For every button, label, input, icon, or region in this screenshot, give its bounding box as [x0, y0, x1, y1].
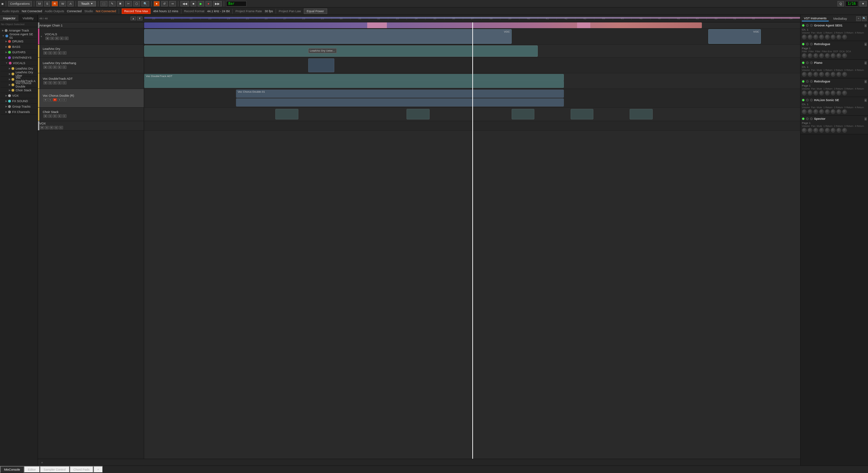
tc-btn-r-vocals[interactable]: R: [55, 37, 59, 40]
vst-knob-4-piano-vst[interactable]: [825, 72, 830, 77]
vst-knob-4-retrologue-1[interactable]: [825, 53, 830, 58]
vst-search-btn[interactable]: 🔍: [862, 16, 867, 21]
vst-dot-1-retrologue-1[interactable]: [806, 43, 809, 45]
vst-dot-0-halion-sonic[interactable]: [802, 99, 805, 101]
inspector-item-bass[interactable]: ▶BASS: [1, 44, 37, 50]
vst-knob-1-retrologue-1[interactable]: [808, 53, 812, 58]
grid-arrow-btn[interactable]: ▼: [860, 1, 867, 6]
vst-item-groove-agent-vst[interactable]: Groove Agent SE01eCh. 1VolumePanMute1 Re…: [801, 22, 868, 41]
track-row-vox-track[interactable]: VOXMSREC: [38, 121, 144, 131]
configurations-btn[interactable]: Configurations: [8, 1, 32, 6]
punch-btn[interactable]: ⇒: [169, 1, 176, 6]
arr-clip-arranger[interactable]: [144, 22, 702, 28]
arr-clip-chorus2[interactable]: [236, 98, 564, 107]
track-row-voc-adt[interactable]: Voc DoubleTrack ADTMSREC: [38, 73, 144, 89]
tc-btn-s-vox-track[interactable]: S: [45, 126, 49, 129]
vst-knob-2-spector[interactable]: [813, 128, 818, 133]
zoom-tool-btn[interactable]: 🔍: [141, 1, 149, 6]
vst-item-piano-vst[interactable]: PianoeCh. 1VolumePanMute1 Return2 Return…: [801, 60, 868, 78]
vst-knob-1-groove-agent-vst[interactable]: [808, 35, 812, 39]
arr-track-0[interactable]: [144, 22, 800, 29]
vst-knob-1-halion-sonic[interactable]: [808, 109, 812, 114]
vst-knob-7-piano-vst[interactable]: [842, 72, 847, 77]
track-row-leadvoc-dry[interactable]: LeadVoc DryMSREC: [38, 45, 144, 58]
tc-btn-e-vocals[interactable]: E: [60, 37, 64, 40]
vst-dot-2-piano-vst[interactable]: [810, 61, 813, 64]
arr-clip-leadvoc[interactable]: [144, 45, 538, 57]
vst-dot-2-retrologue-1[interactable]: [810, 43, 813, 45]
vst-knob-3-groove-agent-vst[interactable]: [819, 35, 824, 39]
track-row-vocals[interactable]: ▼VOCALSMSREC: [38, 29, 144, 45]
tc-btn-m-leadvoc-ue[interactable]: M: [43, 65, 47, 69]
vst-knob-5-piano-vst[interactable]: [831, 72, 835, 77]
arr-clip-choir-3[interactable]: [571, 109, 594, 119]
vst-knob-6-halion-sonic[interactable]: [836, 109, 841, 114]
vst-knob-7-retrologue-1[interactable]: [842, 53, 847, 58]
tracks-up-btn[interactable]: ▲: [131, 17, 136, 20]
track-expand-vocals[interactable]: ▼: [39, 29, 43, 44]
vst-dot-2-spector[interactable]: [810, 117, 813, 120]
vst-knob-6-piano-vst[interactable]: [836, 72, 841, 77]
vst-knob-3-retrologue-1[interactable]: [819, 53, 824, 58]
vst-knob-5-spector[interactable]: [831, 128, 835, 133]
tc-btn-m-voc-adt[interactable]: M: [43, 81, 47, 84]
vst-knob-0-piano-vst[interactable]: [802, 72, 807, 77]
play-btn[interactable]: ▶: [198, 1, 204, 6]
vst-add-btn[interactable]: +: [856, 16, 861, 21]
vst-dot-1-retrologue-2[interactable]: [806, 80, 809, 83]
vst-knob-6-retrologue-1[interactable]: [836, 53, 841, 58]
arr-track-6[interactable]: [144, 108, 800, 121]
vst-knob-4-retrologue-2[interactable]: [825, 91, 830, 95]
arr-clip-chorus1[interactable]: Voc Chorus Double-01: [236, 90, 564, 98]
arr-track-3[interactable]: LeadVoc Dry Uebe...: [144, 58, 800, 73]
track-row-leadvoc-ue[interactable]: LeadVoc Dry UeberhangMSREC: [38, 58, 144, 73]
record-btn[interactable]: ●: [205, 1, 211, 6]
vst-knob-2-retrologue-2[interactable]: [813, 91, 818, 95]
vst-dot-1-halion-sonic[interactable]: [806, 99, 809, 101]
inspector-item-guitars[interactable]: ▶GUITARS: [1, 50, 37, 55]
inspector-item-synth-keys[interactable]: ▶SYNTH/KEYS: [1, 55, 37, 60]
tc-btn-r-voc-adt[interactable]: R: [53, 81, 57, 84]
tc-btn-e-choir-stack[interactable]: E: [58, 114, 62, 118]
a-btn[interactable]: A: [67, 1, 74, 6]
arrangement-content[interactable]: VOCVOCLeadVoc Dry Uebe...Voc DoubleTrack…: [144, 22, 800, 459]
tc-btn-c-leadvoc-dry[interactable]: C: [62, 51, 66, 55]
arr-track-5[interactable]: Voc Chorus Double-01: [144, 89, 800, 108]
tc-btn-e-leadvoc-ue[interactable]: E: [58, 65, 62, 69]
vst-knob-2-groove-agent-vst[interactable]: [813, 35, 818, 39]
arr-clip-vocals[interactable]: VOC: [144, 29, 512, 44]
touch-dropdown[interactable]: Touch ▼: [78, 1, 96, 6]
vst-knob-6-groove-agent-vst[interactable]: [836, 35, 841, 39]
vst-knob-6-retrologue-2[interactable]: [836, 91, 841, 95]
ffwd-btn[interactable]: ▶▶: [213, 1, 222, 6]
tc-btn-s-voc-chorus-r[interactable]: S: [48, 98, 52, 101]
mediabay-tab[interactable]: MediaBay: [831, 16, 849, 21]
arr-track-7[interactable]: [144, 121, 800, 131]
stop-btn[interactable]: ■: [191, 1, 196, 6]
vst-knob-3-piano-vst[interactable]: [819, 72, 824, 77]
vst-edit-btn-retrologue-2[interactable]: e: [865, 80, 867, 83]
loop-btn[interactable]: ↺: [161, 1, 168, 6]
tc-btn-s-voc-adt[interactable]: S: [48, 81, 52, 84]
vst-knob-2-piano-vst[interactable]: [813, 72, 818, 77]
vst-knob-6-spector[interactable]: [836, 128, 841, 133]
tc-btn-m-vox-track[interactable]: M: [40, 126, 44, 129]
tc-btn-m-choir-stack[interactable]: M: [43, 114, 47, 118]
tc-btn-r-choir-stack[interactable]: R: [53, 114, 57, 118]
inspector-item-fx-sound[interactable]: ▶FX SOUND: [1, 98, 37, 104]
inspector-item-choir-stack[interactable]: ▶Choir Stack: [1, 88, 37, 93]
grid-btn[interactable]: Q: [837, 1, 844, 6]
vst-knob-5-halion-sonic[interactable]: [831, 109, 835, 114]
inspector-item-vox[interactable]: ▶VOX: [1, 93, 37, 98]
arr-clip-choir-2[interactable]: [512, 109, 535, 119]
tc-btn-s-vocals[interactable]: S: [50, 37, 54, 40]
vst-edit-btn-spector[interactable]: e: [865, 117, 867, 120]
inspector-tab[interactable]: Inspector: [0, 15, 19, 21]
vst-dot-1-spector[interactable]: [806, 117, 809, 120]
tc-btn-s-leadvoc-ue[interactable]: S: [48, 65, 52, 69]
vst-knob-5-retrologue-1[interactable]: [831, 53, 835, 58]
vst-dot-0-piano-vst[interactable]: [802, 61, 805, 64]
tc-btn-c-voc-chorus-r[interactable]: C: [62, 98, 66, 101]
tc-btn-r-vox-track[interactable]: R: [50, 126, 54, 129]
track-row-voc-chorus-r[interactable]: Voc Chorus Double (R)MSREC: [38, 89, 144, 108]
